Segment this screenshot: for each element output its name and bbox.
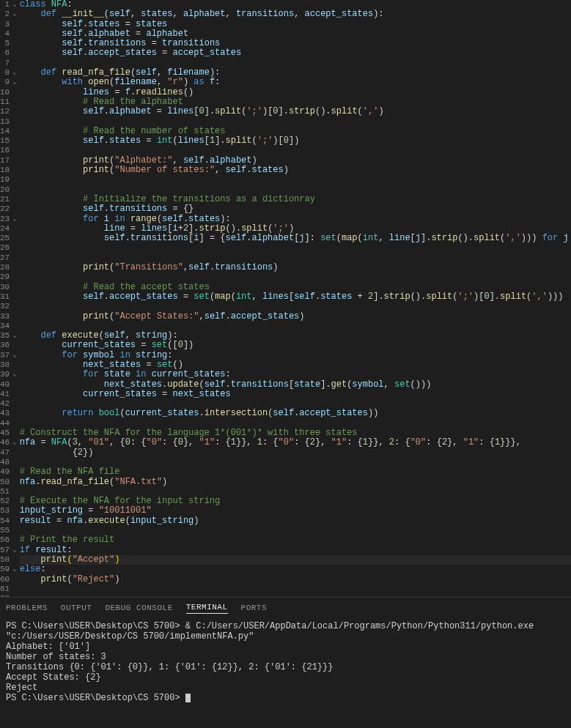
code-area[interactable]: class NFA: def __init__(self, states, al… — [17, 0, 571, 597]
panel: PROBLEMS OUTPUT DEBUG CONSOLE TERMINAL P… — [0, 597, 571, 728]
tab-problems[interactable]: PROBLEMS — [6, 603, 48, 612]
code-editor[interactable]: 1234567891011121314151617181920212223242… — [0, 0, 571, 597]
tab-output[interactable]: OUTPUT — [61, 603, 92, 612]
line-number-gutter: 1234567891011121314151617181920212223242… — [0, 0, 12, 597]
tab-debug-console[interactable]: DEBUG CONSOLE — [105, 603, 172, 612]
terminal-output[interactable]: PS C:\Users\USER\Desktop\CS 5700> & C:/U… — [0, 618, 571, 728]
tab-terminal[interactable]: TERMINAL — [186, 603, 228, 614]
panel-tabs: PROBLEMS OUTPUT DEBUG CONSOLE TERMINAL P… — [0, 598, 571, 618]
tab-ports[interactable]: PORTS — [241, 603, 268, 612]
